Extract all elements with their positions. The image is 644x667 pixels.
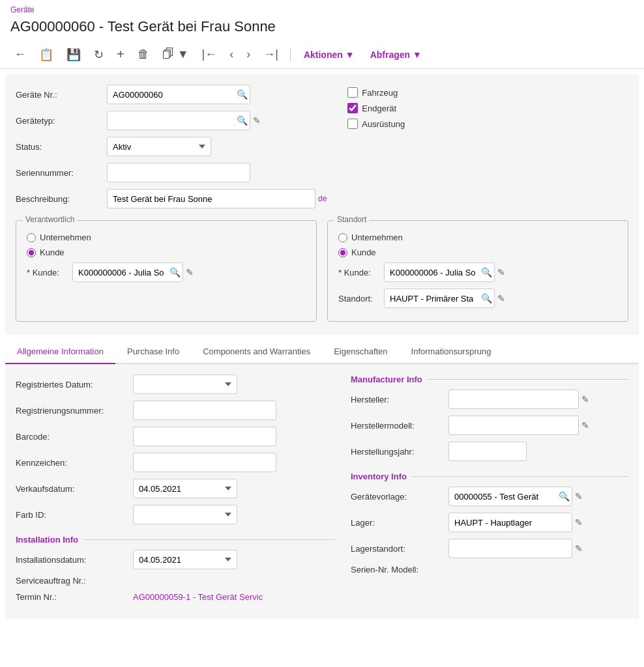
standort-kunde-field-label: * Kunde:	[338, 268, 384, 277]
herstellungsjahr-input[interactable]	[448, 442, 527, 461]
installationsdatum-select[interactable]: 04.05.2021	[133, 550, 237, 569]
standort-kunde-input-wrap: 🔍	[384, 263, 495, 282]
installationsdatum-row: Installationsdatum: 04.05.2021	[16, 550, 335, 569]
standort-input[interactable]	[384, 289, 495, 308]
ausruestung-label: Ausrüstung	[362, 119, 405, 129]
fahrzeug-checkbox[interactable]	[347, 87, 358, 98]
lager-input[interactable]	[448, 513, 572, 532]
geraetetyp-row: Gerätetyp: 🔍 ✎	[16, 111, 327, 130]
standort-radio-group: Unternehmen Kunde	[338, 233, 617, 257]
tab-eigenschaften[interactable]: Eigenschaften	[322, 340, 399, 364]
standort-search-icon[interactable]: 🔍	[481, 293, 492, 304]
hersteller-input[interactable]	[448, 390, 579, 409]
verantwortlich-kunde-input[interactable]	[72, 263, 183, 282]
serviceauftrag-label: Serviceauftrag Nr.:	[16, 576, 133, 586]
lagerstandort-label: Lagerstandort:	[351, 544, 448, 554]
geraete-nr-search-icon[interactable]: 🔍	[237, 89, 248, 100]
verantwortlich-kunde-label: Kunde	[40, 248, 65, 257]
tab-informationsursprung[interactable]: Informationsursprung	[400, 340, 503, 364]
lager-label: Lager:	[351, 518, 448, 528]
barcode-row: Barcode:	[16, 427, 335, 446]
kennzeichen-input[interactable]	[133, 453, 276, 472]
standort-kunde-input[interactable]	[384, 263, 495, 282]
termin-value[interactable]: AG00000059-1 - Test Gerät Servic	[133, 592, 263, 602]
duplicate-button[interactable]: 🗍 ▼	[158, 45, 193, 64]
endgeraet-checkbox-item: Endgerät	[347, 103, 628, 113]
herstellungsjahr-label: Herstellungsjahr:	[351, 447, 448, 457]
geraetetyp-label: Gerätetyp:	[16, 116, 107, 126]
verantwortlich-kunde-field-label: * Kunde:	[27, 268, 72, 277]
tabs-bar: Allgemeine Information Purchase Info Com…	[5, 340, 639, 364]
tab-purchase[interactable]: Purchase Info	[115, 340, 191, 364]
beschreibung-label: Beschreibung:	[16, 194, 107, 204]
seriennummer-input[interactable]	[107, 163, 250, 182]
status-row: Status: Aktiv	[16, 137, 327, 156]
geraetevorlage-search-icon[interactable]: 🔍	[559, 491, 570, 502]
queries-button[interactable]: Abfragen ▼	[365, 47, 427, 63]
seriennummer-label: Seriennummer:	[16, 168, 107, 178]
standort-kunde-item: Kunde	[338, 248, 617, 257]
herstellungsjahr-row: Herstellungsjahr:	[351, 442, 628, 461]
registriertes-datum-select[interactable]	[133, 375, 237, 394]
registrierungsnummer-row: Registrierungsnummer:	[16, 401, 335, 420]
verantwortlich-kunde-radio[interactable]	[27, 248, 36, 257]
last-record-button[interactable]: →|	[259, 45, 282, 64]
main-form: Geräte Nr.: 🔍 Gerätetyp: 🔍 ✎ Status:	[5, 74, 639, 335]
manufacturer-info-title: Manufacturer Info	[351, 375, 628, 384]
delete-button[interactable]: 🗑	[134, 45, 153, 64]
verkaufsdatum-select[interactable]: 04.05.2021	[133, 479, 237, 498]
hersteller-label: Hersteller:	[351, 395, 448, 404]
tab-components[interactable]: Components and Warranties	[191, 340, 322, 364]
lager-row: Lager: ✎	[351, 513, 628, 532]
type-checkboxes: Fahrzeug Endgerät Ausrüstung	[347, 87, 628, 129]
inventory-info-title: Inventory Info	[351, 472, 628, 481]
geraetetyp-edit-icon[interactable]: ✎	[253, 115, 261, 126]
copy-button[interactable]: 📋	[35, 45, 57, 64]
farb-id-label: Farb ID:	[16, 510, 133, 520]
beschreibung-row: Beschreibung: de	[16, 189, 327, 208]
back-button[interactable]: ←	[10, 45, 30, 64]
save-button[interactable]: 💾	[63, 45, 85, 64]
first-record-button[interactable]: |←	[198, 45, 221, 64]
standort-kunde-radio[interactable]	[338, 248, 347, 257]
herstellermodell-edit-icon[interactable]: ✎	[581, 420, 589, 431]
standort-kunde-label: Kunde	[351, 248, 376, 257]
geraetevorlage-edit-icon[interactable]: ✎	[575, 491, 583, 502]
geraete-nr-input[interactable]	[107, 85, 250, 104]
endgeraet-checkbox[interactable]	[347, 103, 358, 113]
registrierungsnummer-input[interactable]	[133, 401, 276, 420]
standort-kunde-row: * Kunde: 🔍 ✎	[338, 263, 617, 282]
undo-button[interactable]: ↻	[90, 45, 108, 64]
standort-edit-icon[interactable]: ✎	[497, 293, 505, 304]
tab-allgemein[interactable]: Allgemeine Information	[5, 340, 115, 364]
verantwortlich-kunde-edit-icon[interactable]: ✎	[186, 267, 194, 277]
beschreibung-input[interactable]	[107, 189, 315, 208]
standort-kunde-search-icon[interactable]: 🔍	[481, 267, 492, 277]
prev-record-button[interactable]: ‹	[226, 45, 237, 64]
actions-button[interactable]: Aktionen ▼	[299, 47, 360, 63]
next-record-button[interactable]: ›	[242, 45, 254, 64]
de-link[interactable]: de	[318, 194, 327, 203]
verantwortlich-kunde-search-icon[interactable]: 🔍	[169, 267, 181, 277]
standort-kunde-edit-icon[interactable]: ✎	[497, 267, 505, 277]
farb-id-select[interactable]	[133, 505, 237, 524]
geraetevorlage-input[interactable]	[448, 487, 572, 506]
geraetevorlage-input-wrap: 🔍	[448, 487, 572, 506]
verantwortlich-unternehmen-radio[interactable]	[27, 233, 36, 242]
lagerstandort-edit-icon[interactable]: ✎	[575, 543, 583, 554]
geraetetyp-input[interactable]	[107, 111, 250, 130]
add-button[interactable]: +	[113, 44, 128, 64]
status-label: Status:	[16, 142, 107, 152]
lagerstandort-input[interactable]	[448, 539, 572, 558]
hersteller-edit-icon[interactable]: ✎	[581, 394, 589, 404]
geraetetyp-search-icon[interactable]: 🔍	[237, 115, 248, 126]
lagerstandort-row: Lagerstandort: ✎	[351, 539, 628, 558]
standort-unternehmen-item: Unternehmen	[338, 233, 617, 242]
ausruestung-checkbox[interactable]	[347, 119, 358, 129]
herstellermodell-input[interactable]	[448, 416, 579, 435]
standort-unternehmen-radio[interactable]	[338, 233, 347, 242]
lager-edit-icon[interactable]: ✎	[575, 517, 583, 528]
status-select[interactable]: Aktiv	[107, 137, 211, 156]
barcode-input[interactable]	[133, 427, 276, 446]
breadcrumb[interactable]: Geräte	[0, 0, 644, 16]
